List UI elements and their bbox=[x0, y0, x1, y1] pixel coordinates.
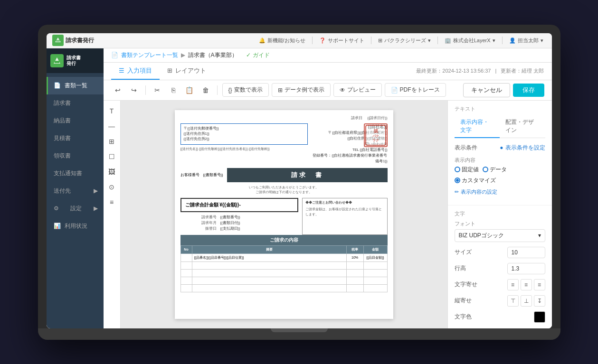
support-link[interactable]: ❓ サポートサイト bbox=[316, 36, 367, 45]
series-link[interactable]: ⊞ バクラクシリーズ ▾ bbox=[375, 36, 434, 45]
right-panel: テキスト 表示内容・文字 配置・デザイン bbox=[447, 101, 552, 328]
delete-button[interactable]: 🗑 bbox=[199, 84, 212, 97]
doc-main-area: 〒{{送付先郵便番号}} {{送付先住所1}} {{送付先住所2}} {{送付先… bbox=[180, 123, 388, 164]
font-select[interactable]: BIZ UDPゴシック ▾ bbox=[455, 229, 545, 242]
breadcrumb-current: 請求書（A事業部） bbox=[188, 51, 237, 59]
svg-rect-3 bbox=[55, 61, 59, 63]
table-icon: ⊞ bbox=[278, 87, 283, 93]
align-left-button[interactable]: ≡ bbox=[507, 279, 519, 290]
customize-radio-dot bbox=[455, 177, 460, 183]
redo-button[interactable]: ↪ bbox=[127, 84, 141, 97]
undo-button[interactable]: ↩ bbox=[111, 84, 124, 97]
valign-top-button[interactable]: ⊤ bbox=[507, 295, 519, 307]
app-logo: 請求書発行 bbox=[52, 35, 94, 46]
sidebar-item-estimate[interactable]: 見積書 bbox=[47, 130, 104, 147]
support-icon: ❓ bbox=[319, 37, 326, 44]
customize-link[interactable]: ✏ 表示内容の設定 bbox=[455, 188, 545, 196]
table-tool[interactable]: ⊞ bbox=[105, 135, 118, 148]
chevron-down-icon: ▾ bbox=[538, 232, 541, 239]
sidebar-item-invoice[interactable]: 請求書 bbox=[47, 94, 104, 112]
sidebar-item-shipping[interactable]: 送付先 ▶ bbox=[47, 182, 104, 200]
laptop-base bbox=[38, 328, 560, 340]
user-menu[interactable]: 👤 担当太郎 ▾ bbox=[506, 36, 546, 45]
fixed-data-radio: 固定値 データ bbox=[455, 166, 545, 174]
display-condition-row: 表示条件 ● 表示条件を設定 bbox=[455, 144, 545, 152]
display-content-options: 固定値 データ カスタマ bbox=[455, 166, 545, 185]
table-cell-amount: {{品目金額}} bbox=[363, 253, 387, 261]
doc-date-label: 請求日 {{請求日付}} bbox=[351, 116, 387, 121]
align-center-button[interactable]: ≡ bbox=[521, 279, 532, 290]
customize-radio[interactable]: カスタマイズ bbox=[455, 177, 545, 185]
table-row-3 bbox=[180, 269, 387, 277]
panel-tab-design[interactable]: 配置・デザイン bbox=[500, 115, 545, 138]
doc-info-grid: 請求番号 {{書類番号}} 請求年月 {{書類日付}} 振替日 {{支払期日}} bbox=[180, 215, 298, 231]
chevron-icon3: ▾ bbox=[541, 37, 543, 44]
image-tool[interactable]: 🖼 bbox=[105, 165, 118, 178]
display-condition-link[interactable]: ● 表示条件を設定 bbox=[500, 144, 545, 152]
layers-tool[interactable]: ≡ bbox=[105, 196, 118, 209]
table-row-1: {{品番名}}{{品目番号}}{{品目位置}} 10% {{品目金額}} bbox=[180, 253, 387, 261]
cancel-button[interactable]: キャンセル bbox=[463, 83, 510, 97]
pdf-icon: 📄 bbox=[391, 87, 398, 93]
valign-middle-button[interactable]: ⊥ bbox=[521, 295, 532, 307]
line-height-input[interactable] bbox=[507, 263, 545, 274]
layout-icon: ⊞ bbox=[167, 67, 172, 74]
tab-layout[interactable]: ⊞ レイアウト bbox=[160, 63, 214, 80]
table-row-2 bbox=[180, 261, 387, 269]
variable-display-button[interactable]: {} 変数で表示 bbox=[222, 83, 269, 97]
tab-input[interactable]: ☰ 入力項目 bbox=[111, 63, 160, 80]
text-color-swatch[interactable] bbox=[534, 311, 545, 323]
valign-bottom-button[interactable]: ↧ bbox=[534, 295, 545, 307]
arrow-icon2: ▶ bbox=[94, 205, 98, 212]
svg-text:ラク: ラク bbox=[372, 139, 379, 142]
vertical-align-row: 縦寄せ ⊤ ⊥ ↧ bbox=[455, 295, 545, 307]
sidebar-item-receipt[interactable]: 領収書 bbox=[47, 147, 104, 165]
toolbar-sep1 bbox=[145, 85, 146, 95]
pencil-icon: ✏ bbox=[455, 189, 459, 195]
top-bar: 請求書発行 🔔 新機能/お知らせ ❓ サポートサイト ⊞ バクラクシリーズ ▾ … bbox=[47, 33, 552, 48]
data-example-button[interactable]: ⊞ データ例で表示 bbox=[272, 83, 331, 97]
table-row-5 bbox=[180, 284, 387, 292]
bell-icon: 🔔 bbox=[259, 37, 266, 44]
frame-tool[interactable]: ☐ bbox=[105, 150, 118, 163]
svg-text:バク: バク bbox=[372, 134, 379, 138]
sidebar-item-usage[interactable]: 📊 利用状況 bbox=[47, 217, 104, 235]
document-icon: 📄 bbox=[54, 82, 61, 89]
sidebar-logo-text: 請求書発行 bbox=[66, 55, 81, 66]
copy-button[interactable]: ⎘ bbox=[167, 84, 180, 97]
text-color-row: 文字色 bbox=[455, 311, 545, 323]
preview-button[interactable]: 👁 プレビュー bbox=[333, 83, 382, 97]
panel-text-section: 文字 フォント BIZ UDPゴシック ▾ bbox=[448, 205, 552, 328]
company-link[interactable]: 🏢 株式会社LayerX ▾ bbox=[442, 36, 498, 45]
size-input[interactable] bbox=[507, 247, 545, 258]
grid-icon: ⊞ bbox=[378, 37, 382, 44]
data-radio[interactable]: データ bbox=[483, 166, 507, 174]
panel-tab-content[interactable]: 表示内容・文字 bbox=[455, 115, 500, 138]
divider4 bbox=[502, 37, 503, 44]
svg-rect-1 bbox=[56, 40, 60, 42]
panel-header: テキスト 表示内容・文字 配置・デザイン bbox=[448, 101, 552, 205]
toolbar: ↩ ↪ ✂ ⎘ 📋 🗑 {} 変数で表示 ⊞ データ例で表示 bbox=[104, 80, 552, 101]
text-tool[interactable]: T bbox=[105, 104, 118, 118]
sidebar-item-payment[interactable]: 支払通知書 bbox=[47, 165, 104, 182]
line-tool[interactable]: — bbox=[105, 120, 118, 133]
app-container: 請求書発行 📄 書類一覧 請求書 納品書 見積書 bbox=[47, 48, 552, 328]
sidebar-item-delivery[interactable]: 納品書 bbox=[47, 112, 104, 130]
sidebar-item-settings[interactable]: ⚙ 設定 ▶ bbox=[47, 200, 104, 217]
vertical-align-buttons: ⊤ ⊥ ↧ bbox=[507, 295, 545, 307]
doc-amount-box: ご請求合計金額 ¥{{金額}}- bbox=[180, 198, 298, 212]
doc-address-box[interactable]: 〒{{送付先郵便番号}} {{送付先住所1}} {{送付先住所2}} bbox=[180, 123, 308, 145]
paste-button[interactable]: 📋 bbox=[183, 84, 196, 97]
cut-button[interactable]: ✂ bbox=[151, 84, 164, 97]
breadcrumb: 📄 書類テンプレート一覧 ▶ 請求書（A事業部） ✓ ガイド bbox=[104, 48, 552, 63]
breadcrumb-home[interactable]: 書類テンプレート一覧 bbox=[121, 51, 178, 59]
stamp-tool[interactable]: ⊙ bbox=[105, 180, 118, 194]
pdf-trace-button[interactable]: 📄 PDFをトレース bbox=[385, 83, 446, 97]
align-right-button[interactable]: ≡ bbox=[534, 279, 545, 290]
save-button[interactable]: 保存 bbox=[513, 84, 544, 97]
table-cell-desc: {{品番名}}{{品目番号}}{{品目位置}} bbox=[192, 253, 346, 261]
fixed-value-radio[interactable]: 固定値 bbox=[455, 166, 479, 174]
guide-link[interactable]: ✓ ガイド bbox=[246, 51, 270, 59]
new-feature-link[interactable]: 🔔 新機能/お知らせ bbox=[256, 36, 308, 45]
sidebar-item-documents[interactable]: 📄 書類一覧 bbox=[47, 77, 104, 94]
